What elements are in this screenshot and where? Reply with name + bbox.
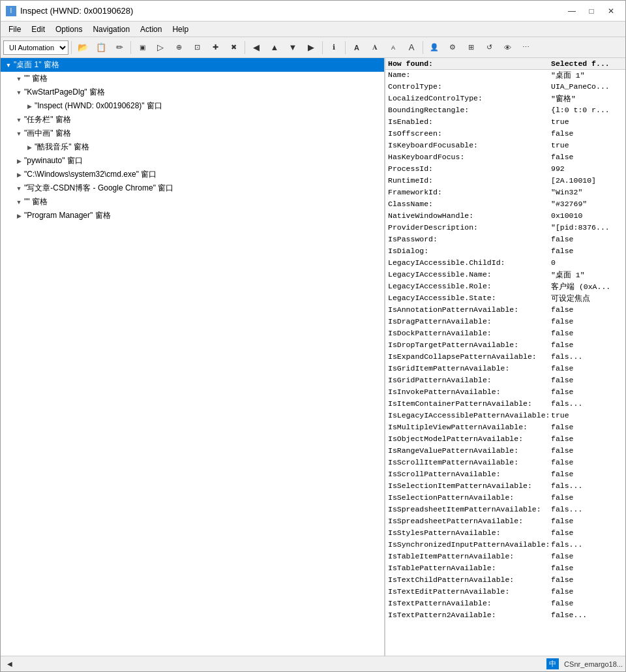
settings-icon[interactable]: ⚙ — [444, 40, 461, 55]
menu-navigation[interactable]: Navigation — [87, 23, 135, 35]
tree-item[interactable]: ▶"C:\Windows\system32\cmd.exe" 窗口 — [1, 168, 384, 181]
cursor-icon[interactable]: ▷ — [152, 40, 169, 55]
menu-action[interactable]: Action — [135, 23, 167, 35]
property-value: "#32769" — [548, 199, 589, 211]
highlight-icon[interactable]: ✏ — [111, 40, 128, 55]
property-value: false — [548, 375, 576, 387]
user-icon[interactable]: 👤 — [426, 40, 443, 55]
tree-expander-icon[interactable]: ▼ — [14, 197, 24, 207]
tree-expander-icon[interactable]: ▼ — [14, 87, 24, 98]
tree-item[interactable]: ▼"画中画" 窗格 — [1, 127, 384, 140]
property-row: IsScrollItemPatternAvailable:false — [385, 457, 625, 469]
refresh-icon[interactable]: ↺ — [481, 40, 498, 55]
tree-expander-icon[interactable]: ▶ — [24, 101, 35, 112]
property-value: false — [548, 387, 576, 399]
tree-item[interactable]: ▼"桌面 1" 窗格 — [1, 58, 384, 72]
menu-help[interactable]: Help — [167, 23, 194, 35]
menu-options[interactable]: Options — [50, 23, 87, 35]
font-a-icon[interactable]: A — [348, 40, 365, 55]
tree-item[interactable]: ▼"" 窗格 — [1, 195, 384, 209]
property-row: NativeWindowHandle:0x10010 — [385, 211, 625, 222]
tree-item-label: "桌面 1" 窗格 — [14, 59, 59, 70]
font-bold-icon[interactable]: 𝐀 — [366, 40, 383, 55]
tree-expander-icon[interactable]: ▶ — [14, 211, 24, 221]
tree-expander-icon[interactable]: ▶ — [14, 156, 24, 166]
tree-item[interactable]: ▶"酷我音乐" 窗格 — [1, 140, 384, 154]
minimize-button[interactable]: — — [563, 4, 581, 18]
tree-item[interactable]: ▶"Program Manager" 窗格 — [1, 209, 384, 222]
menu-file[interactable]: File — [3, 23, 26, 35]
automation-type-dropdown[interactable]: UI Automation — [3, 40, 68, 55]
property-value: false — [548, 316, 576, 328]
property-key: IsExpandCollapsePatternAvailable: — [385, 352, 548, 363]
tree-expander-icon[interactable]: ▼ — [14, 115, 24, 125]
property-key: IsRangeValuePatternAvailable: — [385, 446, 548, 457]
menu-edit[interactable]: Edit — [26, 23, 50, 35]
tree-item-label: "写文章-CSDN博客 - Google Chrome" 窗口 — [24, 183, 173, 194]
menu-bar: File Edit Options Navigation Action Help — [1, 22, 625, 37]
property-key: IsSelectionItemPatternAvailable: — [385, 481, 548, 493]
property-row: IsTextEditPatternAvailable:false — [385, 587, 625, 598]
select-element-icon[interactable]: ▣ — [134, 40, 151, 55]
resize-icon[interactable]: ⊡ — [188, 40, 205, 55]
property-key: LocalizedControlType: — [385, 93, 548, 105]
property-value: false — [548, 434, 576, 446]
property-value: [2A.10010] — [548, 176, 599, 187]
property-row: IsDragPatternAvailable:false — [385, 316, 625, 328]
property-key: ControlType: — [385, 82, 548, 93]
property-value: true — [548, 117, 572, 129]
font-large-icon[interactable]: A — [403, 40, 420, 55]
property-key: IsGridPatternAvailable: — [385, 375, 548, 387]
tree-item[interactable]: ▼"任务栏" 窗格 — [1, 113, 384, 127]
tree-item-label: "" 窗格 — [24, 196, 48, 207]
tree-expander-icon[interactable]: ▶ — [14, 170, 24, 180]
tree-expander-icon[interactable]: ▼ — [14, 183, 24, 194]
property-value: fals... — [548, 504, 585, 516]
more-icon[interactable]: ⋯ — [517, 40, 534, 55]
hand-icon[interactable]: ✖ — [225, 40, 242, 55]
tree-expander-icon[interactable]: ▼ — [14, 129, 24, 139]
property-value: fals... — [548, 481, 585, 493]
arrow-right-icon[interactable]: ▶ — [303, 40, 320, 55]
inspect-icon[interactable]: ℹ — [325, 40, 342, 55]
property-key: IsScrollItemPatternAvailable: — [385, 457, 548, 469]
tree-expander-icon[interactable]: ▶ — [24, 142, 35, 153]
tree-item[interactable]: ▼"写文章-CSDN博客 - Google Chrome" 窗口 — [1, 181, 384, 195]
property-value: "窗格" — [548, 93, 578, 105]
font-small-icon[interactable]: A — [385, 40, 402, 55]
property-value: "桌面 1" — [548, 269, 588, 281]
eye-icon[interactable]: 👁 — [499, 40, 516, 55]
property-row: IsKeyboardFocusable:true — [385, 140, 625, 152]
property-key: LegacyIAccessible.ChildId: — [385, 258, 548, 269]
tree-item[interactable]: ▶"pywinauto" 窗口 — [1, 154, 384, 168]
tree-item[interactable]: ▼"" 窗格 — [1, 72, 384, 85]
tree-item[interactable]: ▶"Inspect (HWND: 0x00190628)" 窗口 — [1, 99, 384, 113]
target-icon[interactable]: ✚ — [207, 40, 224, 55]
property-key: IsTextPattern2Available: — [385, 610, 548, 622]
close-button[interactable]: ✕ — [602, 4, 620, 18]
anchor-icon[interactable]: ⊕ — [170, 40, 187, 55]
property-row: IsRangeValuePatternAvailable:false — [385, 446, 625, 457]
tree-expander-icon[interactable]: ▼ — [3, 60, 14, 70]
property-key: IsGridItemPatternAvailable: — [385, 363, 548, 375]
property-key: IsLegacyIAccessiblePatternAvailable: — [385, 410, 548, 422]
copy-icon[interactable]: 📋 — [93, 40, 110, 55]
property-key: IsSelectionPatternAvailable: — [385, 493, 548, 504]
property-key: IsTextChildPatternAvailable: — [385, 575, 548, 587]
arrow-up-icon[interactable]: ▲ — [266, 40, 283, 55]
arrow-down-icon[interactable]: ▼ — [284, 40, 301, 55]
property-row: IsMultipleViewPatternAvailable:false — [385, 422, 625, 434]
grid-icon[interactable]: ⊞ — [462, 40, 479, 55]
arrow-left-icon[interactable]: ◀ — [248, 40, 265, 55]
maximize-button[interactable]: □ — [582, 4, 601, 18]
property-row: IsAnnotationPatternAvailable:false — [385, 305, 625, 316]
scroll-left-button[interactable]: ◀ — [3, 658, 16, 670]
property-row: IsSelectionItemPatternAvailable:fals... — [385, 481, 625, 493]
property-key: IsAnnotationPatternAvailable: — [385, 305, 548, 316]
property-row: BoundingRectangle:{l:0 t:0 r... — [385, 105, 625, 117]
tree-expander-icon[interactable]: ▼ — [14, 74, 24, 84]
tree-item[interactable]: ▼"KwStartPageDlg" 窗格 — [1, 85, 384, 99]
folder-open-icon[interactable]: 📂 — [74, 40, 91, 55]
property-value: false — [548, 587, 576, 598]
property-row: HasKeyboardFocus:false — [385, 152, 625, 164]
